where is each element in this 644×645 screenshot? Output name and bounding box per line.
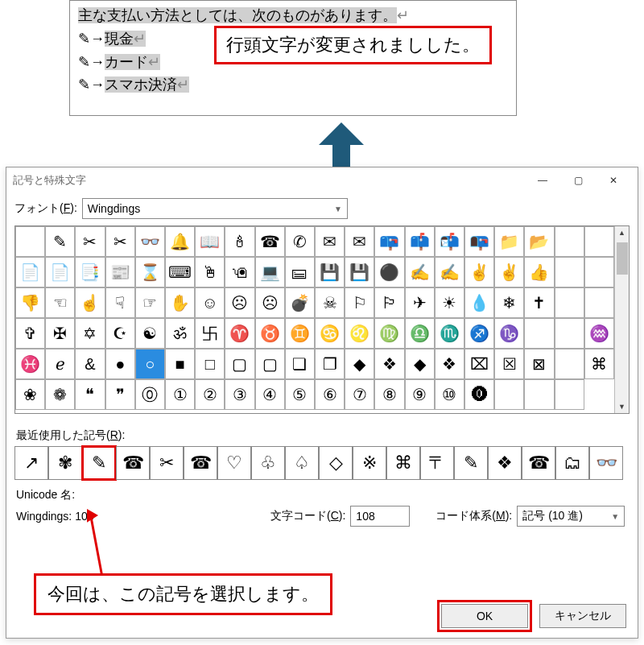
symbol-cell[interactable]: ■: [165, 349, 195, 379]
symbol-cell[interactable]: ❄: [494, 287, 524, 318]
symbol-cell[interactable]: ▢: [225, 349, 254, 379]
symbol-cell[interactable]: [584, 226, 614, 257]
symbol-cell[interactable]: 👍: [524, 257, 554, 287]
recent-symbol-cell[interactable]: 🗂: [555, 446, 589, 480]
symbol-cell[interactable]: [555, 379, 584, 410]
symbol-cell[interactable]: ❁: [45, 379, 75, 410]
maximize-button[interactable]: ▢: [560, 168, 596, 192]
symbol-cell[interactable]: ✍: [435, 257, 464, 287]
symbol-cell[interactable]: ⚐: [345, 287, 374, 318]
recent-symbol-cell[interactable]: ♡: [217, 446, 251, 480]
symbol-cell[interactable]: 🔔: [165, 226, 195, 257]
symbol-cell[interactable]: ⑩: [435, 379, 464, 410]
symbol-cell[interactable]: 🏳: [374, 287, 404, 318]
symbol-cell[interactable]: ☀: [435, 287, 464, 318]
recent-symbol-cell[interactable]: ◇: [319, 446, 353, 480]
symbol-cell[interactable]: ⑥: [315, 379, 345, 410]
symbol-cell[interactable]: ❞: [105, 379, 135, 410]
symbol-cell[interactable]: ✍: [405, 257, 435, 287]
symbol-cell[interactable]: [494, 379, 524, 410]
symbol-cell[interactable]: ⚫: [374, 257, 404, 287]
symbol-cell[interactable]: ●: [105, 349, 135, 379]
symbol-cell[interactable]: ✂: [75, 226, 105, 257]
symbol-cell[interactable]: 🖴: [285, 257, 315, 287]
symbol-cell[interactable]: 💻: [255, 257, 285, 287]
code-system-select[interactable]: 記号 (10 進)▼: [517, 506, 625, 527]
symbol-cell[interactable]: ①: [165, 379, 195, 410]
symbol-cell[interactable]: ☝: [75, 287, 105, 318]
symbol-cell[interactable]: 🖲: [225, 257, 254, 287]
symbol-cell[interactable]: [584, 287, 614, 318]
symbol-cell[interactable]: ▢: [255, 349, 285, 379]
symbol-cell[interactable]: ✈: [405, 287, 435, 318]
symbol-cell[interactable]: 📭: [464, 226, 494, 257]
symbol-cell[interactable]: ♐: [464, 318, 494, 349]
symbol-cell[interactable]: ⌧: [464, 349, 494, 379]
symbol-cell[interactable]: 📂: [524, 226, 554, 257]
symbol-cell[interactable]: ④: [255, 379, 285, 410]
recent-symbol-cell[interactable]: ※: [353, 446, 386, 480]
symbol-cell[interactable]: ☟: [105, 287, 135, 318]
symbol-cell[interactable]: [555, 287, 584, 318]
symbol-cell[interactable]: [555, 318, 584, 349]
symbol-cell[interactable]: ♍: [374, 318, 404, 349]
ok-button[interactable]: OK: [441, 604, 528, 628]
symbol-cell[interactable]: ☪: [105, 318, 135, 349]
recent-symbol-cell[interactable]: ☎: [522, 446, 555, 480]
symbol-cell[interactable]: &: [75, 349, 105, 379]
symbol-cell[interactable]: ✌: [494, 257, 524, 287]
scroll-thumb[interactable]: [617, 242, 628, 275]
symbol-cell[interactable]: ⌨: [165, 257, 195, 287]
symbol-cell[interactable]: ⑤: [285, 379, 315, 410]
symbol-cell[interactable]: ②: [195, 379, 225, 410]
recent-symbol-cell[interactable]: ✂: [150, 446, 184, 480]
symbol-cell[interactable]: 🕯: [225, 226, 254, 257]
symbol-cell[interactable]: 💣: [285, 287, 315, 318]
font-select[interactable]: Wingdings ▼: [82, 198, 348, 219]
symbol-cell[interactable]: ℯ: [45, 349, 75, 379]
symbol-cell[interactable]: ☹: [255, 287, 285, 318]
symbol-cell[interactable]: ✉: [315, 226, 345, 257]
recent-symbol-cell[interactable]: ⌘: [386, 446, 420, 480]
symbol-cell[interactable]: 📬: [435, 226, 464, 257]
symbol-cell[interactable]: ☎: [255, 226, 285, 257]
symbol-cell[interactable]: ☒: [494, 349, 524, 379]
symbol-cell[interactable]: ⑦: [345, 379, 374, 410]
symbol-cell[interactable]: ☠: [315, 287, 345, 318]
symbol-cell[interactable]: ⓪: [135, 379, 165, 410]
symbol-cell[interactable]: [555, 349, 584, 379]
symbol-cell[interactable]: [524, 318, 554, 349]
symbol-cell[interactable]: 🖱: [195, 257, 225, 287]
symbol-cell[interactable]: ✞: [15, 318, 45, 349]
recent-symbol-cell[interactable]: ❖: [488, 446, 522, 480]
recent-symbol-cell[interactable]: ↗: [14, 446, 48, 480]
symbol-cell[interactable]: ❖: [435, 349, 464, 379]
symbol-cell[interactable]: 💧: [464, 287, 494, 318]
symbol-cell[interactable]: ॐ: [165, 318, 195, 349]
close-button[interactable]: ✕: [596, 168, 631, 192]
symbol-cell[interactable]: 📄: [45, 257, 75, 287]
recent-symbol-cell[interactable]: 👓: [589, 446, 623, 480]
symbol-cell[interactable]: 📄: [15, 257, 45, 287]
cancel-button[interactable]: キャンセル: [539, 604, 626, 628]
symbol-cell[interactable]: ◆: [345, 349, 374, 379]
scroll-down-icon[interactable]: ▼: [615, 400, 629, 413]
symbol-cell[interactable]: ✎: [45, 226, 75, 257]
recent-symbol-cell[interactable]: 〒: [420, 446, 454, 480]
symbol-cell[interactable]: 📁: [494, 226, 524, 257]
symbol-cell[interactable]: 👎: [15, 287, 45, 318]
symbol-cell[interactable]: ♊: [285, 318, 315, 349]
symbol-cell[interactable]: ♌: [345, 318, 374, 349]
grid-scrollbar[interactable]: ▲ ▼: [614, 226, 629, 413]
recent-symbol-cell[interactable]: ♧: [251, 446, 285, 480]
symbol-cell[interactable]: ♋: [315, 318, 345, 349]
symbol-cell[interactable]: ♉: [255, 318, 285, 349]
symbol-cell[interactable]: 📫: [405, 226, 435, 257]
symbol-cell[interactable]: ⌘: [584, 349, 614, 379]
symbol-cell[interactable]: ✝: [524, 287, 554, 318]
symbol-cell[interactable]: [15, 226, 45, 257]
recent-symbol-cell[interactable]: ♤: [285, 446, 319, 480]
symbol-cell[interactable]: 💾: [345, 257, 374, 287]
symbol-cell[interactable]: ⓿: [464, 379, 494, 410]
recent-symbol-cell[interactable]: ✾: [48, 446, 82, 480]
